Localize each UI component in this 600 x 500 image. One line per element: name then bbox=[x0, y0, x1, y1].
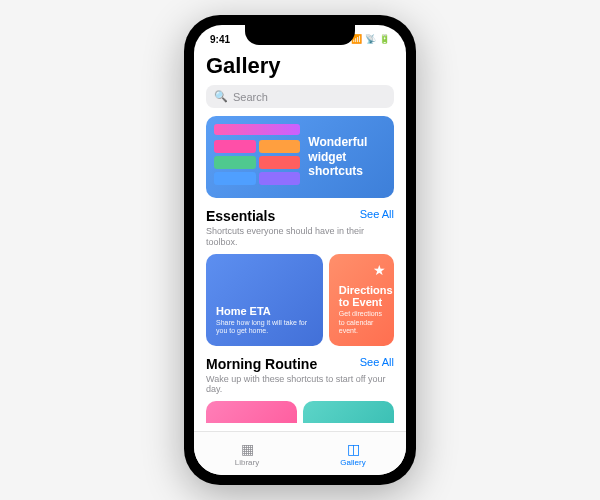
tab-library[interactable]: ▦ Library bbox=[194, 432, 300, 475]
status-indicators: 📶 📡 🔋 bbox=[351, 34, 390, 44]
status-time: 9:41 bbox=[210, 34, 230, 45]
section-title: Essentials bbox=[206, 208, 275, 224]
star-icon: ★ bbox=[373, 262, 386, 278]
home-eta-card[interactable]: Home ETA Share how long it will take for… bbox=[206, 254, 323, 346]
page-title: Gallery bbox=[206, 53, 394, 79]
mini-widget bbox=[214, 140, 256, 153]
mini-widget bbox=[214, 172, 256, 185]
section-header-morning: Morning Routine See All bbox=[206, 356, 394, 372]
see-all-link[interactable]: See All bbox=[360, 356, 394, 368]
directions-card[interactable]: ★ Directions to Event Get directions to … bbox=[329, 254, 394, 346]
see-all-link[interactable]: See All bbox=[360, 208, 394, 220]
featured-title: Wonderful widget shortcuts bbox=[308, 124, 386, 190]
phone-frame: 9:41 📶 📡 🔋 Gallery 🔍 Search bbox=[184, 15, 416, 485]
tab-gallery[interactable]: ◫ Gallery bbox=[300, 432, 406, 475]
morning-card[interactable] bbox=[303, 401, 394, 423]
gallery-icon: ◫ bbox=[347, 441, 360, 457]
section-header-essentials: Essentials See All bbox=[206, 208, 394, 224]
morning-card[interactable] bbox=[206, 401, 297, 423]
featured-card[interactable]: Wonderful widget shortcuts bbox=[206, 116, 394, 198]
search-placeholder: Search bbox=[233, 91, 268, 103]
search-icon: 🔍 bbox=[214, 90, 228, 103]
search-input[interactable]: 🔍 Search bbox=[206, 85, 394, 108]
mini-widget bbox=[259, 156, 301, 169]
mini-widget bbox=[259, 140, 301, 153]
screen: 9:41 📶 📡 🔋 Gallery 🔍 Search bbox=[194, 25, 406, 475]
card-desc: Share how long it will take for you to g… bbox=[216, 319, 313, 336]
card-title: Home ETA bbox=[216, 305, 313, 317]
tab-label: Library bbox=[235, 458, 259, 467]
notch bbox=[245, 25, 355, 45]
featured-preview bbox=[214, 124, 300, 190]
content-area: Gallery 🔍 Search bbox=[194, 49, 406, 431]
essentials-cards: Home ETA Share how long it will take for… bbox=[206, 254, 394, 346]
wifi-icon: 📡 bbox=[365, 34, 376, 44]
card-desc: Get directions to calendar event. bbox=[339, 310, 384, 335]
tab-bar: ▦ Library ◫ Gallery bbox=[194, 431, 406, 475]
mini-widget bbox=[259, 172, 301, 185]
grid-icon: ▦ bbox=[241, 441, 254, 457]
section-subtitle: Wake up with these shortcuts to start of… bbox=[206, 374, 394, 396]
section-title: Morning Routine bbox=[206, 356, 317, 372]
mini-header bbox=[214, 124, 300, 135]
tab-label: Gallery bbox=[340, 458, 365, 467]
battery-icon: 🔋 bbox=[379, 34, 390, 44]
card-title: Directions to Event bbox=[339, 284, 384, 308]
mini-widget bbox=[214, 156, 256, 169]
section-subtitle: Shortcuts everyone should have in their … bbox=[206, 226, 394, 248]
morning-cards bbox=[206, 401, 394, 423]
